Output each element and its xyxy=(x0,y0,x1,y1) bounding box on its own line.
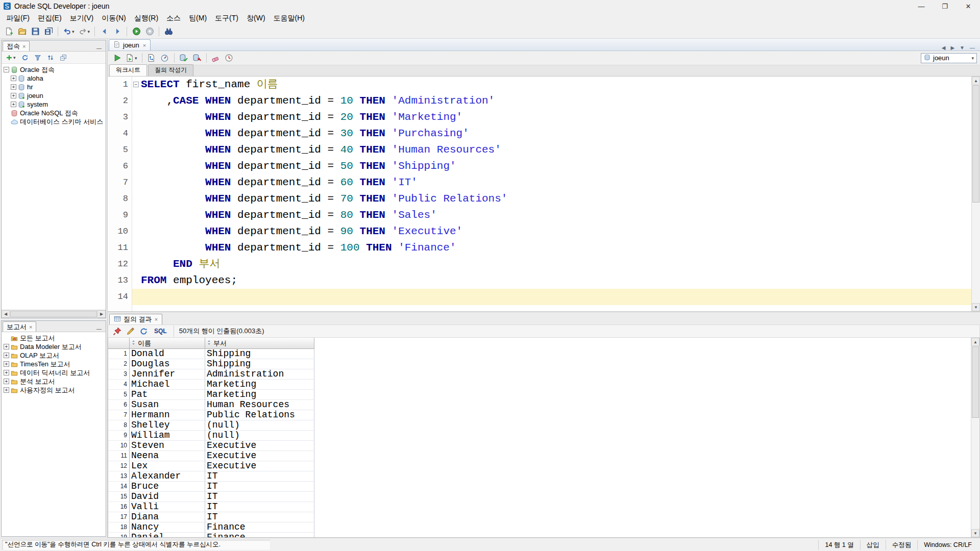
editor-tab-close-icon[interactable]: × xyxy=(143,42,146,48)
row-number[interactable]: 16 xyxy=(108,502,130,512)
cell-name[interactable]: Shelley xyxy=(130,420,205,431)
menu-item-team[interactable]: 팀(M) xyxy=(185,13,211,24)
cell-name[interactable]: Daniel xyxy=(130,533,205,537)
redo-button[interactable]: ▾ xyxy=(77,26,92,38)
expander-plus-icon[interactable]: + xyxy=(11,76,16,81)
explain-plan-button[interactable] xyxy=(145,52,158,64)
tree-item-aloha[interactable]: +aloha xyxy=(2,74,106,83)
menu-item-view[interactable]: 보기(V) xyxy=(66,13,98,24)
row-number[interactable]: 19 xyxy=(108,533,130,537)
connections-tab[interactable]: 접속 × xyxy=(3,41,30,51)
row-number[interactable]: 5 xyxy=(108,390,130,400)
cell-name[interactable]: Hermann xyxy=(130,410,205,420)
cell-name[interactable]: Alexander xyxy=(130,471,205,482)
column-header-dept[interactable]: 부서 xyxy=(205,338,314,349)
results-tab-close-icon[interactable]: × xyxy=(155,316,158,322)
row-number[interactable]: 1 xyxy=(108,349,130,359)
maximize-button[interactable]: ❐ xyxy=(933,0,957,12)
editor-vscroll-track[interactable] xyxy=(972,85,980,303)
expander-plus-icon[interactable]: + xyxy=(11,102,16,107)
connections-hscrollbar[interactable]: ◀ ▶ xyxy=(2,310,106,318)
tab-list-icon[interactable]: ▼ xyxy=(960,45,965,51)
scroll-down-icon[interactable]: ▼ xyxy=(971,529,979,537)
hscroll-thumb[interactable] xyxy=(10,311,97,317)
tree-item-data-modeler-reports[interactable]: +Data Modeler 보고서 xyxy=(2,342,106,351)
cell-dept[interactable]: Shipping xyxy=(205,349,314,359)
collapse-all-button[interactable] xyxy=(58,53,68,63)
close-button[interactable]: ✕ xyxy=(957,0,980,12)
cell-dept[interactable]: Executive xyxy=(205,441,314,451)
row-number[interactable]: 15 xyxy=(108,492,130,502)
sql-button[interactable]: SQL xyxy=(151,327,170,336)
cell-name[interactable]: Susan xyxy=(130,400,205,410)
code-line[interactable]: WHEN department_id = 70 THEN 'Public Rel… xyxy=(132,191,971,207)
row-number[interactable]: 11 xyxy=(108,451,130,461)
refresh-grid-button[interactable] xyxy=(137,325,150,337)
scroll-left-icon[interactable]: ◀ xyxy=(2,310,10,318)
results-tab[interactable]: 질의 결과 × xyxy=(109,314,162,324)
undo-button[interactable]: ▾ xyxy=(61,26,76,38)
tree-item-db-schema-service-connections[interactable]: 데이터베이스 스키마 서비스 접속 xyxy=(2,117,106,126)
expander-plus-icon[interactable]: + xyxy=(4,344,9,349)
editor-minimize-icon[interactable]: — xyxy=(970,45,975,51)
menu-item-window[interactable]: 창(W) xyxy=(242,13,270,24)
row-number[interactable]: 10 xyxy=(108,441,130,451)
tab-scroll-right-icon[interactable]: ▶ xyxy=(950,45,954,51)
reports-minimize-icon[interactable]: — xyxy=(94,326,104,332)
tree-item-all-reports[interactable]: 모든 보고서 xyxy=(2,334,106,342)
results-vscrollbar[interactable]: ▲ ▼ xyxy=(971,338,979,537)
row-number[interactable]: 8 xyxy=(108,420,130,431)
cell-dept[interactable]: Administration xyxy=(205,369,314,380)
results-vscroll-thumb[interactable] xyxy=(972,346,979,418)
row-number[interactable]: 17 xyxy=(108,512,130,522)
row-number[interactable]: 12 xyxy=(108,461,130,471)
cell-name[interactable]: Michael xyxy=(130,380,205,390)
back-button[interactable] xyxy=(98,26,110,38)
code-line[interactable]: END 부서 xyxy=(132,256,971,272)
cell-name[interactable]: Steven xyxy=(130,441,205,451)
code-editor[interactable]: −SELECT first_name 이름 ,CASE WHEN departm… xyxy=(132,77,971,311)
expander-plus-icon[interactable]: + xyxy=(4,387,9,393)
menu-item-file[interactable]: 파일(F) xyxy=(2,13,34,24)
tree-item-oracle-connections[interactable]: −Oracle 접속 xyxy=(2,65,106,74)
redo-caret-icon[interactable]: ▾ xyxy=(88,29,90,34)
code-line[interactable]: WHEN department_id = 90 THEN 'Executive' xyxy=(132,223,971,240)
connections-tab-close-icon[interactable]: × xyxy=(22,43,26,49)
cell-name[interactable]: Donald xyxy=(130,349,205,359)
commit-button[interactable] xyxy=(178,52,190,64)
cell-dept[interactable]: IT xyxy=(205,502,314,512)
row-number[interactable]: 3 xyxy=(108,369,130,380)
expander-plus-icon[interactable]: + xyxy=(4,353,9,358)
cell-name[interactable]: Neena xyxy=(130,451,205,461)
save-all-button[interactable] xyxy=(42,26,55,38)
cell-dept[interactable]: Executive xyxy=(205,461,314,471)
new-connection-caret-icon[interactable]: ▾ xyxy=(13,55,16,60)
scroll-up-icon[interactable]: ▲ xyxy=(971,338,979,346)
code-line[interactable]: WHEN department_id = 80 THEN 'Sales' xyxy=(132,207,971,223)
scroll-up-icon[interactable]: ▲ xyxy=(972,77,980,85)
row-number[interactable]: 9 xyxy=(108,431,130,441)
tree-item-system[interactable]: +system xyxy=(2,100,106,109)
editor-vscroll-thumb[interactable] xyxy=(972,85,979,203)
row-number[interactable]: 14 xyxy=(108,482,130,492)
cell-name[interactable]: Jennifer xyxy=(130,369,205,380)
editor-tab-joeun[interactable]: joeun × xyxy=(109,39,151,51)
forward-button[interactable] xyxy=(111,26,124,38)
row-number[interactable]: 18 xyxy=(108,522,130,533)
tree-item-analytic-reports[interactable]: +분석 보고서 xyxy=(2,377,106,386)
autotrace-button[interactable] xyxy=(159,52,171,64)
code-line[interactable]: WHEN department_id = 40 THEN 'Human Reso… xyxy=(132,142,971,158)
row-number[interactable]: 13 xyxy=(108,471,130,482)
editor-vscrollbar[interactable]: ▲ ▼ xyxy=(971,77,980,311)
cell-dept[interactable]: Human Resources xyxy=(205,400,314,410)
tree-item-hr[interactable]: +hr xyxy=(2,83,106,91)
expander-plus-icon[interactable]: + xyxy=(4,370,9,375)
run-script-button[interactable]: ▾ xyxy=(124,52,139,64)
code-line[interactable]: WHEN department_id = 60 THEN 'IT' xyxy=(132,174,971,191)
cell-dept[interactable]: (null) xyxy=(205,420,314,431)
sort-button[interactable] xyxy=(45,53,56,63)
cell-name[interactable]: Nancy xyxy=(130,522,205,533)
undo-caret-icon[interactable]: ▾ xyxy=(72,29,75,34)
save-button[interactable] xyxy=(29,26,41,38)
tree-item-timesten-reports[interactable]: +TimesTen 보고서 xyxy=(2,360,106,368)
